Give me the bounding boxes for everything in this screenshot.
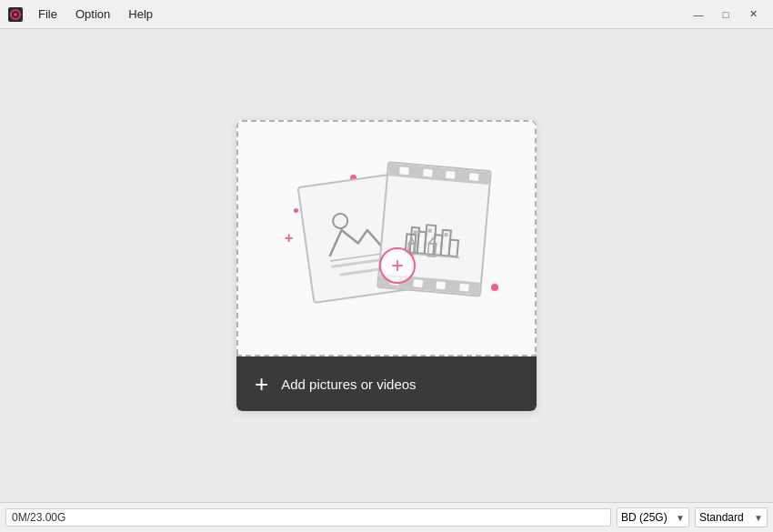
film-hole [469,173,479,181]
quality-value: Standard [699,511,744,524]
close-button[interactable]: ✕ [740,5,766,25]
svg-marker-17 [408,237,415,244]
add-media-button[interactable]: + Add pictures or videos [236,356,537,411]
menu-file[interactable]: File [29,4,66,25]
menu-option[interactable]: Option [66,4,119,25]
progress-indicator: 0M/23.00G [5,508,611,527]
statusbar: 0M/23.00G BD (25G) ▼ Standard ▼ [0,502,773,532]
maximize-button[interactable]: □ [713,5,738,25]
svg-rect-14 [444,232,447,236]
quality-dropdown-icon: ▼ [754,513,763,523]
add-plus-icon: + [255,372,268,396]
titlebar: File Option Help — □ ✕ [0,0,773,29]
decor-cross-1: + [285,230,293,246]
disc-type-select[interactable]: BD (25G) ▼ [617,507,689,527]
film-hole [399,166,409,175]
add-media-label: Add pictures or videos [281,376,416,392]
progress-text: 0M/23.00G [12,511,65,524]
svg-rect-12 [413,229,417,233]
film-hole [437,281,447,289]
film-hole [446,171,456,179]
svg-rect-13 [427,228,431,232]
quality-select[interactable]: Standard ▼ [695,507,768,527]
menu-help[interactable]: Help [119,4,162,25]
svg-point-3 [332,213,348,229]
decor-dot-4 [491,284,498,291]
menu-bar: File Option Help [29,4,162,25]
svg-rect-11 [448,239,458,256]
disc-type-value: BD (25G) [621,511,668,524]
add-media-icon: + [379,247,416,284]
film-hole [413,279,423,287]
illustration: + + [277,152,496,325]
drop-zone-inner: + + [236,120,537,356]
film-hole [459,284,469,292]
disc-dropdown-icon: ▼ [676,513,685,523]
main-area: + + [0,29,773,502]
svg-point-2 [14,13,17,16]
film-hole [423,169,433,177]
minimize-button[interactable]: — [686,5,711,25]
app-icon [7,6,24,23]
drop-zone[interactable]: + + [236,120,537,411]
decor-dot-1 [294,208,298,213]
window-controls: — □ ✕ [686,5,766,25]
